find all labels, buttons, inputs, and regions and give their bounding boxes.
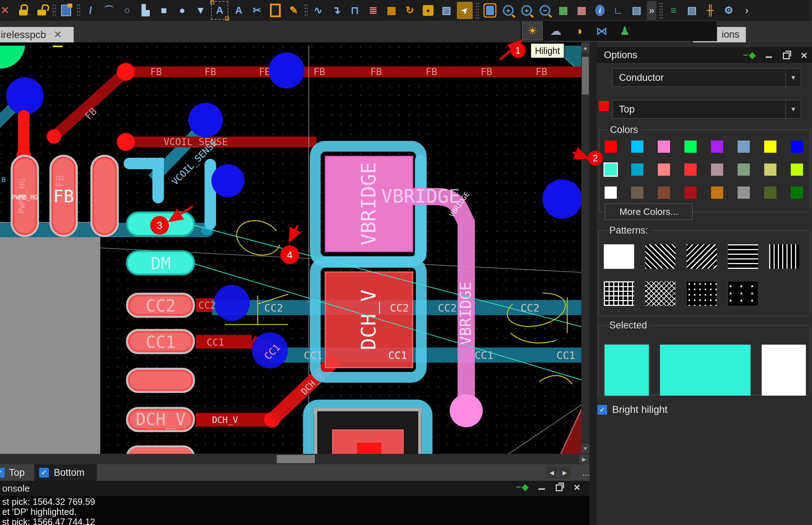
mirror-icon[interactable]: ⋈ [592,22,612,40]
vbridge-pad-circle[interactable] [450,394,483,427]
layer-dropdown[interactable]: Top ▼ [612,100,801,119]
close-tab-icon[interactable]: ✕ [54,29,62,40]
pattern-diagonal-back[interactable] [645,244,676,269]
more-colors-button[interactable]: More Colors... [605,203,693,220]
separator[interactable] [52,4,56,17]
waive-icon[interactable]: ♟ [615,22,635,40]
pad-dchv[interactable]: DCH_V [127,408,194,431]
lock-closed-icon[interactable] [15,2,31,19]
zoom-out-icon[interactable]: − [537,2,553,19]
color-swatch[interactable] [684,186,697,199]
chevron-down-icon[interactable]: ▼ [785,69,801,87]
color-coin-icon[interactable]: ◑ [569,22,589,40]
pad-partial[interactable] [127,446,194,454]
pin-icon[interactable] [749,52,756,59]
canvas-horizontal-scrollbar[interactable]: ▶ [0,454,589,464]
add-ellipse-icon[interactable]: ● [174,2,190,19]
separator[interactable] [77,4,80,17]
bright-hilight-option[interactable]: ✓ Bright hilight [597,404,668,415]
scroll-down-button[interactable]: ▼ [581,444,589,453]
canvas-vertical-scrollbar[interactable]: ▲ ▼ [581,42,589,454]
color-swatch[interactable] [605,186,617,199]
top-checkbox[interactable]: ✓ [0,468,5,478]
cut-icon[interactable]: ✂ [249,2,265,19]
color-swatch[interactable] [711,186,723,199]
color-swatch[interactable] [738,186,750,199]
pattern-hlines[interactable] [728,244,758,269]
bottom-checkbox[interactable]: ✓ [39,468,49,478]
delay-tune-icon[interactable]: ⊓ [347,2,363,19]
panel-splitter[interactable] [589,42,597,525]
color-swatch[interactable] [791,164,803,176]
via[interactable] [542,179,581,219]
pattern-grid[interactable] [604,281,634,306]
settings-gear-icon[interactable]: ⚙ [721,2,737,19]
shapes-display-icon[interactable]: ▦ [574,2,589,19]
horizontal-scroll-thumb[interactable] [277,455,315,463]
info-icon[interactable]: i [592,2,608,19]
layer-color-swatch[interactable] [599,101,609,111]
color-swatch[interactable] [605,141,617,153]
pad-cc1[interactable]: CC1 [127,330,194,353]
ruler-icon[interactable]: ∟ [610,2,626,19]
zoom-fit-icon[interactable] [482,2,498,19]
color-swatch[interactable] [791,141,803,153]
pad-fb[interactable]: FB FB [50,156,77,236]
color-swatch[interactable] [791,186,803,199]
tabs-scroll-left-button[interactable]: ◀ [546,466,557,479]
add-circle-icon[interactable]: ○ [119,2,135,19]
tabs-scroll-right-button[interactable]: ▶ [559,466,570,479]
pad-icon[interactable]: ● [420,2,436,19]
color-swatch[interactable] [658,186,670,199]
layer-type-dropdown[interactable]: Conductor ▼ [612,68,801,87]
reroute-icon[interactable]: ↻ [402,2,418,19]
vertical-scroll-thumb[interactable] [582,57,589,95]
gray-plane[interactable] [0,222,100,454]
color-swatch[interactable] [711,164,723,176]
stackup-icon[interactable]: ≡ [666,2,682,19]
text-select-icon[interactable]: A [211,1,228,20]
tab-wirelesspcb[interactable]: irelesspcb ✕ [0,27,74,42]
zoom-points-icon[interactable]: + [500,2,516,19]
color-swatch[interactable] [764,141,776,153]
separator[interactable] [659,2,663,19]
pattern-solid[interactable] [604,244,634,269]
pad-unlabeled[interactable] [127,369,194,392]
via[interactable] [269,52,304,88]
close-icon[interactable]: ✕ [0,2,13,19]
color-swatch[interactable] [738,164,750,176]
pattern-crosshatch[interactable] [645,281,676,306]
hilight-sun-icon[interactable]: ☀ [522,22,543,40]
fb-via-dot2[interactable] [47,129,61,144]
pcb-canvas[interactable]: FB FB FB FB FB FB FB FB FB VCOIL_SENSE V… [0,42,589,454]
properties-sliders-icon[interactable]: ╫ [702,2,718,19]
add-rect-icon[interactable]: ■ [156,2,172,19]
restore-icon[interactable] [556,484,563,491]
via[interactable] [188,103,223,137]
fanout-icon[interactable]: ≣ [365,2,381,19]
color-swatch[interactable] [658,141,670,153]
pattern-diagonal-fwd[interactable] [686,244,717,269]
color-swatch[interactable] [684,164,697,176]
minimize-icon[interactable] [766,56,772,58]
pattern-vlines[interactable] [769,244,800,269]
report-info-icon[interactable]: ▤ [629,2,644,19]
add-arc-icon[interactable]: ⌒ [101,2,117,19]
layer-tab-top[interactable]: ✓ Top [0,467,25,478]
color-swatch[interactable] [738,141,750,153]
color-swatch[interactable] [605,164,617,176]
color-swatch[interactable] [711,141,723,153]
restore-icon[interactable] [783,52,790,59]
bright-hilight-checkbox[interactable]: ✓ [597,405,607,415]
pcb-drawing[interactable]: FB FB FB FB FB FB FB FB FB VCOIL_SENSE V… [0,46,581,454]
color-swatch[interactable] [764,186,776,199]
separator[interactable] [304,4,308,17]
color-swatch[interactable] [631,141,643,153]
via[interactable] [211,164,244,197]
chevron-down-icon[interactable]: ▼ [785,100,801,118]
grid-toggle-icon[interactable]: ▦ [555,2,571,19]
route-pull-icon[interactable]: ↴ [329,2,344,19]
separator[interactable] [475,2,480,19]
shape-fill-icon[interactable]: ▨ [439,2,454,19]
scroll-right-button[interactable]: ▶ [579,455,589,464]
